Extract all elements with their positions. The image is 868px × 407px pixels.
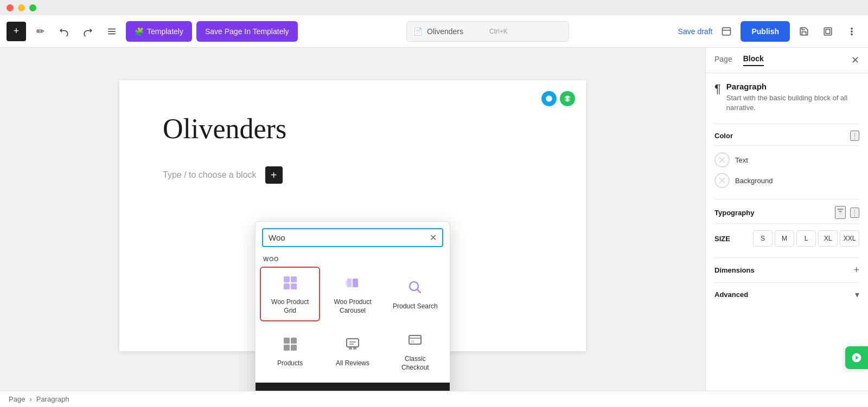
block-placeholder-row: Type / to choose a block + [163,166,542,184]
svg-point-9 [851,34,852,35]
color-options-button[interactable]: ⋮ [850,131,859,141]
toolbar-right: Save draft Publish [678,21,861,42]
dimensions-label: Dimensions [714,266,755,274]
block-picker: ✕ Woo Woo Product Grid [255,221,450,391]
block-placeholder-text: Type / to choose a block [163,170,257,180]
size-l-button[interactable]: L [796,230,816,247]
svg-rect-11 [284,276,290,282]
advanced-row: Advanced ▾ [714,289,859,300]
paragraph-icon: ¶ [714,82,721,96]
toolbar: + ✏ 🧩 Templately Save Page In Templately… [0,15,868,48]
more-options-button[interactable] [842,22,861,41]
fullscreen-button[interactable] [818,22,838,41]
picker-search-input[interactable] [269,233,425,242]
all-products-label: Products [277,359,303,368]
divider-2 [714,199,859,199]
picker-item-all-products[interactable]: Products [260,324,320,378]
statusbar-block: Paragraph [36,395,69,403]
svg-rect-12 [291,276,297,282]
tab-page[interactable]: Page [714,54,732,66]
text-color-row: Text [714,152,859,167]
picker-clear-button[interactable]: ✕ [430,232,437,243]
menu-button[interactable] [102,22,122,41]
size-s-button[interactable]: S [753,230,773,247]
save-page-templately-button[interactable]: Save Page In Templately [196,21,298,42]
color-section-title: Color [714,132,733,140]
divider-1 [714,124,859,124]
assistant-icon [560,91,575,106]
svg-rect-20 [284,338,290,344]
text-color-circle[interactable] [714,152,730,167]
classic-checkout-label: Classic Checkout [391,355,440,372]
add-block-inline-button[interactable]: + [265,166,283,184]
titlebar [0,0,868,15]
search-doc-icon: 📄 [413,27,423,36]
traffic-light-yellow[interactable] [18,4,25,11]
templately-icon: 🧩 [135,27,144,36]
templately-label: Templately [147,27,183,36]
traffic-light-red[interactable] [7,4,14,11]
sidebar-header: Page Block ✕ [706,48,868,73]
picker-item-woo-product-grid[interactable]: Woo Product Grid [260,267,320,321]
picker-item-all-reviews[interactable]: All Reviews [322,324,382,378]
size-buttons: S M L XL XXL [753,230,859,247]
advanced-toggle-button[interactable]: ▾ [855,289,859,300]
edit-button[interactable]: ✏ [30,22,50,41]
svg-rect-14 [291,283,297,289]
size-m-button[interactable]: M [775,230,794,247]
dimensions-row: Dimensions + [714,264,859,276]
tab-block[interactable]: Block [743,54,764,66]
add-block-toolbar-button[interactable]: + [7,22,26,41]
svg-rect-26 [353,347,356,350]
typography-section: Typography ⋮ SIZE S M L XL [714,206,859,247]
main-area: Olivenders Type / to choose a block + ✕ … [0,48,868,391]
templately-button[interactable]: 🧩 Templately [126,21,192,42]
product-search-icon [407,280,423,298]
typography-filter-button[interactable] [835,206,846,219]
sidebar-close-button[interactable]: ✕ [851,54,859,66]
redo-button[interactable] [78,22,98,41]
statusbar-separator: › [29,395,31,403]
bg-color-label: Background [735,177,773,185]
editor-icons [541,91,575,106]
svg-rect-22 [284,345,290,351]
view-mode-button[interactable] [717,22,736,41]
picker-section-label: Woo [256,254,450,267]
text-color-label: Text [735,156,748,164]
size-row: SIZE S M L XL XXL [714,230,859,247]
bg-color-circle[interactable] [714,173,730,188]
color-section-header: Color ⋮ [714,131,859,146]
dimensions-add-button[interactable]: + [853,264,859,276]
picker-item-product-search[interactable]: Product Search [385,267,445,321]
block-description: Start with the basic building block of a… [726,93,859,113]
block-info: ¶ Paragraph Start with the basic buildin… [714,82,859,113]
woo-product-carousel-label: Woo Product Carousel [328,298,377,315]
divider-3 [714,257,859,258]
svg-rect-17 [346,280,347,286]
bg-color-row: Background [714,173,859,188]
svg-point-7 [851,28,852,29]
floating-action-button[interactable] [845,346,868,369]
size-xl-button[interactable]: XL [818,230,838,247]
save-icon-button[interactable] [794,22,814,41]
svg-rect-15 [347,279,352,287]
browse-all-button[interactable]: Browse all [256,383,450,391]
color-section: Color ⋮ Text Background [714,131,859,188]
advanced-label: Advanced [714,290,748,299]
sidebar-body: ¶ Paragraph Start with the basic buildin… [706,73,868,391]
svg-text:[/]: [/] [411,340,414,343]
publish-button[interactable]: Publish [741,21,790,42]
right-sidebar: Page Block ✕ ¶ Paragraph Start with the … [705,48,868,391]
size-xxl-button[interactable]: XXL [840,230,859,247]
save-draft-button[interactable]: Save draft [678,27,713,36]
typography-options-button[interactable]: ⋮ [850,208,859,218]
svg-rect-23 [291,345,297,351]
picker-item-woo-product-carousel[interactable]: Woo Product Carousel [322,267,382,321]
all-products-icon [283,337,298,355]
search-bar[interactable]: 📄 Olivenders Ctrl+K [406,21,569,42]
undo-button[interactable] [54,22,74,41]
picker-item-classic-checkout[interactable]: [/] Classic Checkout [385,324,445,378]
block-info-text: Paragraph Start with the basic building … [726,82,859,113]
svg-line-19 [417,289,420,293]
traffic-light-green[interactable] [29,4,36,11]
